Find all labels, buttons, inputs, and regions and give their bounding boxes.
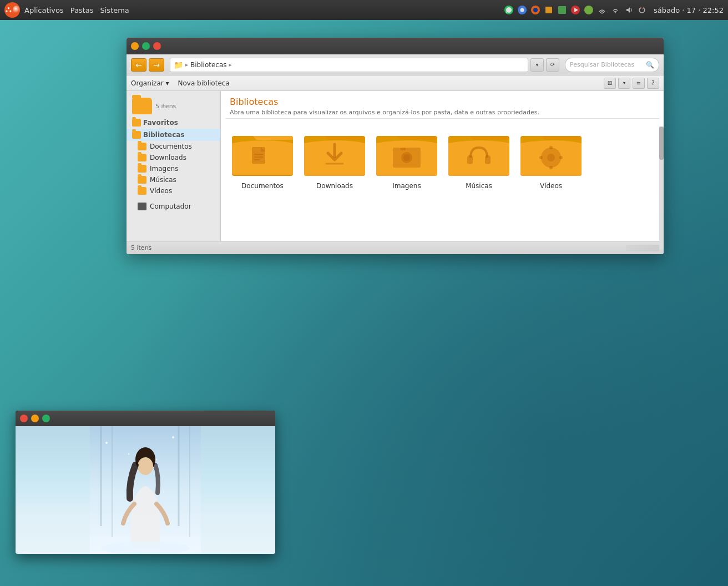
- wifi-icon[interactable]: [610, 5, 620, 15]
- mp-minimize[interactable]: [31, 415, 39, 422]
- breadcrumb-current: Bibliotecas: [190, 61, 226, 69]
- firefox-icon[interactable]: [530, 5, 540, 15]
- top-panel: Aplicativos Pastas Sistema: [0, 0, 728, 20]
- menu-organizar[interactable]: Organizar ▾: [131, 79, 169, 87]
- imagens-label: Imagens: [150, 165, 178, 173]
- sidebar-item-videos[interactable]: Vídeos: [127, 185, 220, 196]
- view-icon-extra[interactable]: ≡: [633, 78, 645, 89]
- panel-clock: sábado · 17 · 22:52: [654, 6, 724, 14]
- menu-aplicativos[interactable]: Aplicativos: [24, 6, 64, 14]
- play-icon[interactable]: [570, 5, 580, 15]
- documentos-label: Documentos: [150, 143, 192, 150]
- breadcrumb-folder-icon: 📁: [174, 60, 183, 69]
- libraries-header: Bibliotecas Abra uma biblioteca para vis…: [221, 91, 664, 118]
- sidebar-computador[interactable]: Computador: [127, 201, 220, 212]
- ubuntu-menu-button[interactable]: [4, 2, 20, 18]
- svg-point-53: [172, 436, 174, 438]
- refresh-button[interactable]: ⟳: [546, 58, 559, 72]
- media-player-window: [16, 411, 275, 554]
- menu-pastas[interactable]: Pastas: [70, 6, 94, 14]
- computador-label: Computador: [150, 203, 191, 210]
- whatsapp-icon[interactable]: [504, 5, 514, 15]
- spreadsheet-icon[interactable]: [557, 5, 567, 15]
- volume-icon[interactable]: [624, 5, 634, 15]
- videos-label: Vídeos: [150, 187, 172, 195]
- folder-downloads[interactable]: Downloads: [304, 128, 365, 190]
- chrome-icon[interactable]: [517, 5, 527, 15]
- svg-point-2: [9, 10, 11, 12]
- folder-documentos-label: Documentos: [241, 182, 284, 190]
- menu-nova-biblioteca[interactable]: Nova biblioteca: [178, 79, 230, 87]
- svg-rect-37: [485, 155, 491, 164]
- wm-minimize[interactable]: [131, 42, 139, 50]
- folder-videos-label: Vídeos: [540, 182, 562, 190]
- panel-menu: Aplicativos Pastas Sistema: [24, 6, 129, 14]
- folder-imagens-label: Imagens: [392, 182, 421, 190]
- mp-content: [16, 426, 275, 554]
- svg-point-15: [615, 12, 616, 13]
- mp-titlebar: [16, 411, 275, 426]
- mp-figure: [90, 426, 201, 554]
- power-icon[interactable]: [637, 5, 647, 15]
- evernote-icon[interactable]: [584, 5, 594, 15]
- svg-marker-16: [626, 7, 630, 13]
- libraries-title: Bibliotecas: [230, 97, 655, 107]
- folder-videos[interactable]: Vídeos: [520, 128, 582, 190]
- folder-musicas[interactable]: Músicas: [448, 128, 509, 190]
- svg-point-41: [547, 154, 555, 161]
- svg-point-54: [156, 459, 158, 461]
- svg-point-6: [520, 8, 524, 12]
- search-icon: 🔍: [646, 61, 654, 69]
- view-dropdown[interactable]: ▾: [618, 78, 630, 89]
- musicas-icon: [138, 176, 146, 184]
- fm-menubar: Organizar ▾ Nova biblioteca ⊞ ▾ ≡ ?: [127, 75, 664, 91]
- forward-button[interactable]: →: [149, 58, 164, 72]
- sidebar-item-imagens[interactable]: Imagens: [127, 163, 220, 174]
- svg-point-8: [533, 8, 538, 12]
- mp-close[interactable]: [20, 415, 28, 422]
- folder-documentos-icon: [232, 128, 293, 179]
- search-bar[interactable]: Pesquisar Bibliotecas 🔍: [565, 58, 659, 72]
- breadcrumb-bar[interactable]: 📁 ▸ Bibliotecas ▸: [170, 58, 528, 72]
- folders-grid: Documentos Downloads: [221, 119, 664, 199]
- sidebar-item-musicas[interactable]: Músicas: [127, 174, 220, 185]
- fm-sidebar: 5 itens Favoritos Bibliotecas Documentos: [127, 91, 221, 241]
- dropdown-button[interactable]: ▾: [530, 58, 544, 72]
- sidebar-bibliotecas[interactable]: Bibliotecas: [127, 129, 220, 141]
- folder-imagens[interactable]: Imagens: [376, 128, 437, 190]
- breadcrumb-end-arrow: ▸: [229, 62, 232, 68]
- files-icon[interactable]: [544, 5, 554, 15]
- sidebar-item-documentos[interactable]: Documentos: [127, 141, 220, 152]
- sidebar-item-downloads[interactable]: Downloads: [127, 152, 220, 163]
- svg-point-45: [559, 156, 563, 159]
- svg-rect-33: [400, 148, 406, 150]
- file-manager-window: ← → 📁 ▸ Bibliotecas ▸ ▾ ⟳ Pesquisar Bibl…: [127, 38, 664, 254]
- network-icon[interactable]: [597, 5, 607, 15]
- mp-maximize[interactable]: [42, 415, 50, 422]
- downloads-icon: [138, 154, 146, 161]
- fm-body: 5 itens Favoritos Bibliotecas Documentos: [127, 91, 664, 241]
- svg-point-14: [601, 13, 603, 14]
- folder-documentos[interactable]: Documentos: [232, 128, 293, 190]
- svg-point-43: [549, 166, 553, 169]
- panel-right: sábado · 17 · 22:52: [504, 5, 724, 15]
- svg-point-13: [584, 6, 593, 14]
- menu-sistema[interactable]: Sistema: [100, 6, 129, 14]
- help-button[interactable]: ?: [647, 78, 659, 89]
- svg-rect-9: [545, 7, 552, 13]
- statusbar-graph: [626, 245, 659, 251]
- fm-titlebar: [127, 38, 664, 54]
- svg-rect-10: [558, 6, 566, 14]
- sidebar-favoritos[interactable]: Favoritos: [127, 117, 220, 129]
- downloads-label: Downloads: [150, 154, 186, 161]
- fm-toolbar: ← → 📁 ▸ Bibliotecas ▸ ▾ ⟳ Pesquisar Bibl…: [127, 54, 664, 75]
- folder-musicas-icon: [448, 128, 509, 179]
- wm-close[interactable]: [153, 42, 161, 50]
- wm-maximize[interactable]: [142, 42, 150, 50]
- view-icon-grid[interactable]: ⊞: [604, 78, 616, 89]
- svg-point-56: [138, 457, 153, 475]
- back-button[interactable]: ←: [131, 58, 146, 72]
- computer-icon: [138, 203, 146, 210]
- item-count-header: 5 itens: [155, 103, 176, 110]
- fm-sidebar-scroll: 5 itens Favoritos Bibliotecas Documentos: [127, 91, 220, 241]
